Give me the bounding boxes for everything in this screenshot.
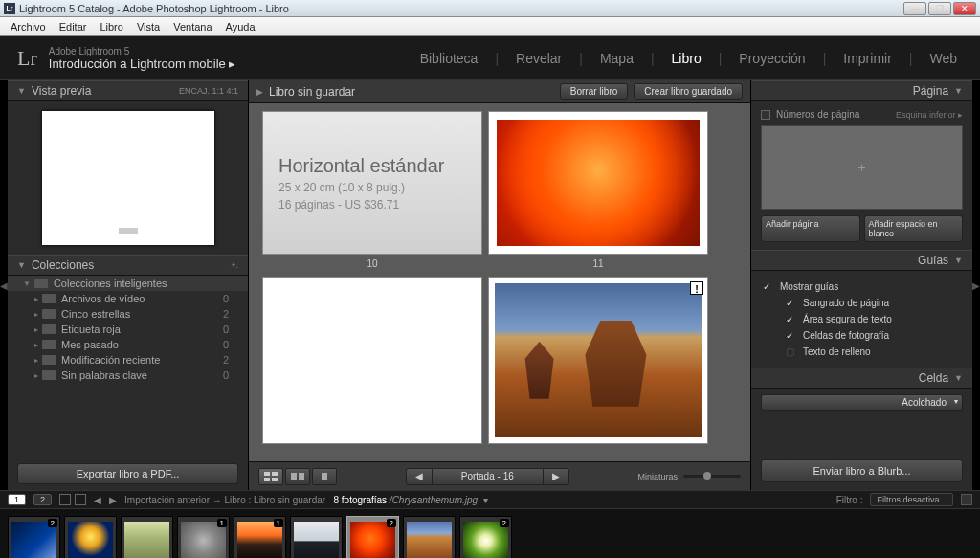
page-range-display[interactable]: Portada - 16 xyxy=(433,468,543,485)
preview-zoom-options[interactable]: ENCAJ. 1:1 4:1 xyxy=(179,86,238,96)
menu-ventana[interactable]: Ventana xyxy=(167,21,218,33)
menu-libro[interactable]: Libro xyxy=(93,21,129,33)
nav-back-icon[interactable]: ◀ xyxy=(94,495,101,505)
filmstrip-thumbnail[interactable]: ★★★★ xyxy=(121,516,173,559)
menu-vista[interactable]: Vista xyxy=(130,21,167,33)
menu-ayuda[interactable]: Ayuda xyxy=(219,21,262,33)
module-web[interactable]: Web xyxy=(924,49,963,68)
filmstrip-thumbnail[interactable]: ★★★ xyxy=(403,516,456,559)
guides-panel-title: Guías xyxy=(918,254,948,267)
nav-fwd-icon[interactable]: ▶ xyxy=(109,495,117,505)
module-mapa[interactable]: Mapa xyxy=(594,49,639,68)
minimize-button[interactable]: — xyxy=(903,2,926,15)
close-button[interactable]: ✕ xyxy=(953,2,976,15)
page-11[interactable] xyxy=(488,111,708,255)
guide-option[interactable]: ✓Celdas de fotografía xyxy=(763,327,961,344)
preview-title: Vista previa xyxy=(32,84,91,98)
page-numbers-position[interactable]: Esquina inferior ▸ xyxy=(896,110,963,120)
export-pdf-button[interactable]: Exportar libro a PDF... xyxy=(17,463,238,484)
source-path[interactable]: Importación anterior → Libro : Libro sin… xyxy=(124,495,488,505)
spread-view-button[interactable] xyxy=(285,468,310,485)
module-imprimir[interactable]: Imprimir xyxy=(837,49,898,68)
cell-panel-header[interactable]: Celda ▼ xyxy=(751,368,972,389)
filmstrip-thumbnail[interactable]: ★★★★★ xyxy=(290,516,343,559)
collection-item[interactable]: ▸Archivos de vídeo0 xyxy=(8,291,248,306)
thumbnail-label: Miniaturas xyxy=(637,472,678,481)
page-12[interactable] xyxy=(262,277,482,444)
single-page-view-button[interactable] xyxy=(312,468,337,485)
smart-collection-icon xyxy=(42,309,56,319)
photo-chrysanthemum xyxy=(497,120,700,246)
thumbnail-size-slider[interactable] xyxy=(683,475,741,478)
filter-dropdown[interactable]: Filtros desactiva... xyxy=(870,493,953,506)
filmstrip-thumbnail[interactable]: ★★★★★ xyxy=(64,516,117,559)
collection-item[interactable]: ▸Mes pasado0 xyxy=(8,337,248,352)
page-10[interactable]: Horizontal estándar 25 x 20 cm (10 x 8 p… xyxy=(262,111,482,255)
preview-panel-header[interactable]: ▼ Vista previa ENCAJ. 1:1 4:1 xyxy=(8,80,248,101)
smart-collections-label: Colecciones inteligentes xyxy=(54,278,167,289)
menu-archivo[interactable]: Archivo xyxy=(4,21,53,33)
prev-page-button[interactable]: ◀ xyxy=(406,468,433,485)
filmstrip-thumbnail[interactable]: 1★★★★★ xyxy=(177,516,230,559)
page-spread: ! xyxy=(262,277,737,444)
smart-collections-header[interactable]: ▼ Colecciones inteligentes xyxy=(8,276,248,291)
page-numbers-checkbox[interactable] xyxy=(761,110,770,120)
filmstrip-thumbnail[interactable]: 1★★★★★ xyxy=(234,516,286,559)
add-page-button[interactable]: Añadir página xyxy=(761,215,860,242)
show-guides-toggle[interactable]: ✓Mostrar guías xyxy=(763,279,961,295)
guide-option[interactable]: ▢Texto de relleno xyxy=(763,344,961,360)
create-saved-book-button[interactable]: Crear libro guardado xyxy=(634,83,743,100)
guides-panel-header[interactable]: Guías ▼ xyxy=(751,250,972,271)
right-panel-collapse[interactable]: ▶ xyxy=(972,80,980,490)
send-to-blurb-button[interactable]: Enviar libro a Blurb... xyxy=(761,459,963,482)
disclosure-triangle-icon: ▼ xyxy=(17,260,26,270)
warning-icon[interactable]: ! xyxy=(690,281,703,295)
module-proyeccion[interactable]: Proyección xyxy=(733,49,811,68)
page-template-preview[interactable]: + xyxy=(761,125,963,210)
guide-option[interactable]: ✓Sangrado de página xyxy=(763,295,961,311)
clear-book-button[interactable]: Borrar libro xyxy=(560,83,628,100)
filter-lock-icon[interactable] xyxy=(961,494,972,505)
thumbnail-size-control: Miniaturas xyxy=(637,472,741,481)
smart-collection-icon xyxy=(42,355,56,365)
page-panel-header[interactable]: Página ▼ xyxy=(751,80,972,101)
page-numbers-label: Números de página xyxy=(776,109,859,120)
menu-editar[interactable]: Editar xyxy=(53,21,94,33)
book-canvas[interactable]: Horizontal estándar 25 x 20 cm (10 x 8 p… xyxy=(249,103,750,461)
checkmark-icon: ✓ xyxy=(763,281,772,292)
collections-panel-header[interactable]: ▼ Colecciones +. xyxy=(8,255,248,276)
padding-dropdown[interactable]: Acolchado xyxy=(761,394,963,411)
maximize-button[interactable]: ❐ xyxy=(928,2,951,15)
filmstrip-thumbnail-selected[interactable]: 2★★★★ xyxy=(346,516,399,559)
filmstrip-thumbnail[interactable]: 2★★★★★ xyxy=(8,516,60,559)
breadcrumb[interactable]: Adobe Lightroom 5 Introducción a Lightro… xyxy=(49,46,236,71)
filmstrip-thumbnail[interactable]: 2★★★★ xyxy=(459,516,512,559)
module-biblioteca[interactable]: Biblioteca xyxy=(414,49,484,68)
add-blank-button[interactable]: Añadir espacio en blanco xyxy=(864,215,964,242)
collection-item[interactable]: ▸Modificación reciente2 xyxy=(8,352,248,368)
grid-icon[interactable] xyxy=(75,494,86,505)
multipage-view-button[interactable] xyxy=(258,468,283,485)
grid-icon[interactable] xyxy=(59,494,71,505)
svg-rect-6 xyxy=(322,473,327,480)
add-collection-icon[interactable]: +. xyxy=(231,260,238,270)
book-title: Libro sin guardar xyxy=(269,85,355,99)
guides-panel: ✓Mostrar guías ✓Sangrado de página ✓Área… xyxy=(751,271,972,368)
page-13[interactable]: ! xyxy=(488,277,708,444)
smart-collection-icon xyxy=(42,340,56,349)
next-page-button[interactable]: ▶ xyxy=(543,468,569,485)
collection-item[interactable]: ▸Etiqueta roja0 xyxy=(8,322,248,337)
left-panel-collapse[interactable]: ◀ xyxy=(0,80,8,490)
product-name: Adobe Lightroom 5 xyxy=(49,46,236,56)
guide-option[interactable]: ✓Área segura de texto xyxy=(763,311,961,327)
window-1-button[interactable]: 1 xyxy=(8,494,26,505)
disclosure-triangle-icon: ▼ xyxy=(17,86,26,96)
window-2-button[interactable]: 2 xyxy=(33,494,52,505)
preview-area xyxy=(8,101,248,255)
preview-thumbnail[interactable] xyxy=(42,111,214,245)
collection-item[interactable]: ▸Sin palabras clave0 xyxy=(8,368,248,383)
activity-link[interactable]: Introducción a Lightroom mobile ▸ xyxy=(49,56,236,71)
module-libro[interactable]: Libro xyxy=(666,49,707,68)
module-revelar[interactable]: Revelar xyxy=(510,49,568,68)
collection-item[interactable]: ▸Cinco estrellas2 xyxy=(8,306,248,322)
